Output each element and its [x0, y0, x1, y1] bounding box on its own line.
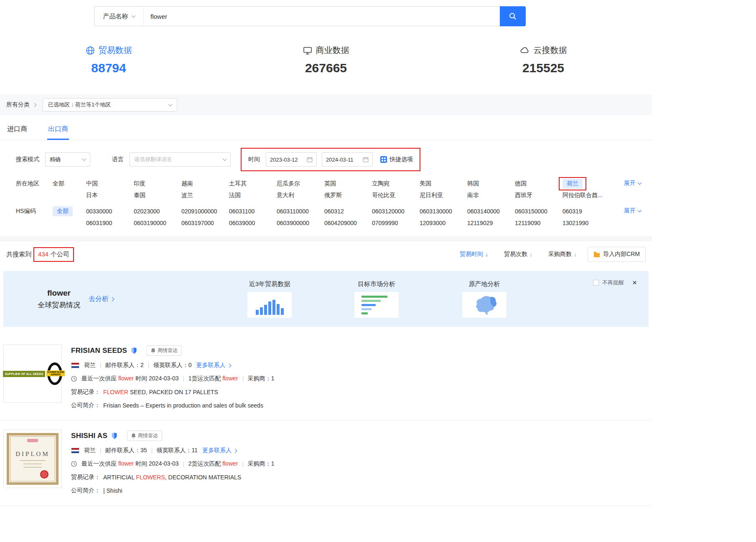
quick-options-button[interactable]: 快捷选项 [380, 156, 413, 163]
region-option[interactable]: 立陶宛 [372, 180, 420, 187]
hs-code-option[interactable]: 00330000 [86, 208, 134, 215]
search-mode-label: 搜索模式 [16, 156, 39, 163]
region-option[interactable]: 印度 [134, 180, 181, 187]
hs-option-all[interactable]: 全部 [53, 206, 73, 216]
date-from-input[interactable]: 2023-03-12 [266, 152, 317, 167]
stat-trade-data[interactable]: 贸易数据 88794 [0, 45, 217, 75]
more-contacts-link[interactable]: 更多联系人 [196, 362, 231, 369]
hs-code-option[interactable]: 0603900000 [277, 220, 324, 226]
sort-trade-count[interactable]: 贸易次数 ↓ [504, 251, 532, 258]
region-option[interactable]: 阿拉伯联合酋... [563, 192, 610, 199]
search-icon [509, 12, 517, 20]
hs-code-option[interactable]: 0603130000 [420, 208, 467, 215]
hs-code-option[interactable]: 06031900 [86, 220, 134, 226]
hs-code-option[interactable]: 06031100 [229, 208, 277, 215]
hs-code-option[interactable]: 0603140000 [467, 208, 515, 215]
analyze-link[interactable]: 去分析 [89, 295, 114, 304]
logo-text: SUPPLIER OF ALL SEEDS [3, 371, 46, 377]
search-category-select[interactable]: 产品名称 [94, 7, 144, 26]
market-chart-thumbnail[interactable] [354, 292, 399, 318]
region-option[interactable]: 俄罗斯 [324, 192, 372, 199]
region-option[interactable]: 英国 [324, 180, 372, 187]
radar-badge[interactable]: 商情雷达 [147, 345, 182, 356]
more-contacts-link[interactable]: 更多联系人 [202, 447, 237, 454]
language-select[interactable]: 请选择翻译语言 [130, 152, 231, 167]
hs-code-option[interactable]: 12093000 [420, 220, 467, 226]
search-input[interactable] [144, 7, 500, 26]
close-icon[interactable]: × [632, 279, 637, 286]
stat-value: 88794 [0, 61, 217, 75]
region-option[interactable]: 哥伦比亚 [372, 192, 420, 199]
search-mode-select[interactable]: 精确 [45, 152, 90, 167]
radar-badge[interactable]: 商情雷达 [127, 431, 162, 441]
company-name[interactable]: SHISHI AS [71, 432, 107, 440]
date-to-input[interactable]: 2024-03-11 [322, 152, 373, 167]
origin-map-thumbnail[interactable] [462, 292, 507, 318]
category-region-strip: 所有分类 已选地区：荷兰等1个地区 [0, 94, 652, 115]
hs-code-option[interactable]: 12119090 [515, 220, 563, 226]
region-option[interactable]: 日本 [86, 192, 134, 199]
stat-business-data[interactable]: 商业数据 267665 [217, 45, 435, 75]
region-option[interactable]: 德国 [515, 180, 563, 187]
time-label: 时间 [248, 156, 260, 163]
chevron-down-icon [131, 14, 135, 18]
search-button[interactable] [500, 6, 526, 26]
quick-options-label: 快捷选项 [389, 156, 413, 163]
region-option[interactable]: 波兰 [181, 192, 229, 199]
hs-code-option[interactable]: 07099990 [372, 220, 420, 226]
annotation-box-selected-region: 荷兰 [559, 177, 586, 190]
sort-buyer-count[interactable]: 采购商数 ↓ [548, 251, 577, 258]
region-option[interactable]: 尼日利亚 [420, 192, 467, 199]
hs-expand-link[interactable]: 展开 [624, 207, 641, 215]
region-option[interactable]: 西班牙 [515, 192, 563, 199]
tab-exporter[interactable]: 出口商 [47, 119, 69, 140]
trade-chart-thumbnail[interactable] [247, 292, 292, 318]
sort-trade-time[interactable]: 贸易时间 ↓ [460, 251, 488, 258]
hs-code-option[interactable]: 02023000 [134, 208, 181, 215]
tab-importer[interactable]: 进口商 [6, 119, 28, 140]
hs-code-option[interactable]: 12119029 [467, 220, 515, 226]
bell-icon [131, 433, 136, 438]
region-option[interactable]: 土耳其 [229, 180, 277, 187]
dismiss-checkbox[interactable] [593, 280, 599, 286]
region-option[interactable]: 越南 [181, 180, 229, 187]
verified-shield-icon[interactable] [112, 433, 117, 439]
verified-shield-icon[interactable] [131, 347, 137, 354]
region-expand-link[interactable]: 展开 [624, 180, 641, 187]
hs-options-row1: 0033000002023000020910000000603110006031… [86, 208, 610, 215]
trade-record-label: 贸易记录： [71, 388, 100, 396]
region-option[interactable]: 意大利 [277, 192, 324, 199]
breadcrumb[interactable]: 所有分类 [6, 101, 36, 109]
region-option[interactable]: 泰国 [134, 192, 181, 199]
region-option-selected[interactable]: 荷兰 [563, 179, 583, 189]
hs-code-option[interactable]: 060312 [324, 208, 372, 215]
hs-code-option[interactable]: 13021990 [563, 220, 610, 226]
region-option[interactable]: 美国 [420, 180, 467, 187]
hs-code-option[interactable]: 060319 [563, 208, 610, 215]
hs-code-option[interactable]: 0604209000 [324, 220, 372, 226]
company-logo[interactable]: DIPLOM [3, 430, 62, 488]
region-option[interactable]: 法国 [229, 192, 277, 199]
region-option[interactable]: 南非 [467, 192, 515, 199]
hs-code-option[interactable]: 0603150000 [515, 208, 563, 215]
import-crm-button[interactable]: 导入内部CRM [588, 247, 646, 262]
region-option[interactable]: 韩国 [467, 180, 515, 187]
origin-analysis-card: 原产地分析 [462, 280, 507, 318]
region-option[interactable]: 中国 [86, 180, 134, 187]
stat-cloud-data[interactable]: 云搜数据 215525 [435, 45, 652, 75]
region-option[interactable]: 厄瓜多尔 [277, 180, 324, 187]
region-option-all[interactable]: 全部 [53, 180, 86, 187]
supply-row: 最近一次供应 flower 时间 2024-03-03 2货运次匹配 flowe… [71, 460, 646, 468]
company-logo[interactable]: SUPPLIER OF ALL SEEDS FLOWER BLEND EXPER… [3, 344, 62, 403]
selected-region-dropdown[interactable]: 已选地区：荷兰等1个地区 [43, 98, 177, 111]
hs-code-option[interactable]: 0603110000 [277, 208, 324, 215]
hs-code-option[interactable]: 0603197000 [181, 220, 229, 226]
hs-code-option[interactable]: 0603120000 [372, 208, 420, 215]
hs-code-option[interactable]: 02091000000 [181, 208, 229, 215]
hs-code-option[interactable]: 0603190000 [134, 220, 181, 226]
linkedin-contacts: 领英联系人：11 [157, 447, 198, 454]
profile-text: Frisian Seeds – Experts in production an… [103, 402, 263, 409]
clock-icon [71, 461, 77, 467]
company-name[interactable]: FRISIAN SEEDS [71, 347, 127, 355]
hs-code-option[interactable]: 06039000 [229, 220, 277, 226]
